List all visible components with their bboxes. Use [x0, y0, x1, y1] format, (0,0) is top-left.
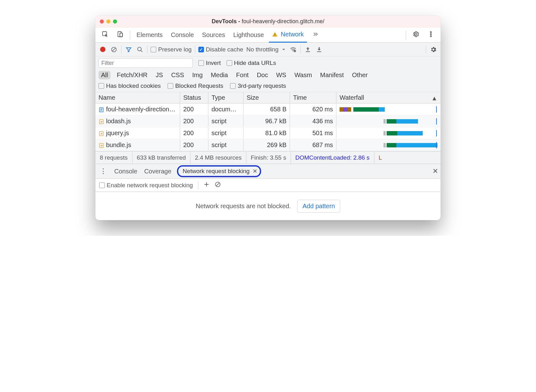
has-blocked-cookies-checkbox[interactable]: Has blocked cookies [99, 82, 161, 89]
settings-icon[interactable] [409, 28, 422, 42]
filter-type-other[interactable]: Other [350, 71, 370, 79]
warning-icon [272, 32, 278, 37]
tab-sources[interactable]: Sources [199, 29, 228, 41]
js-file-icon [99, 131, 104, 136]
cell-status: 200 [180, 128, 208, 139]
filter-icon[interactable] [125, 46, 133, 53]
sort-asc-icon: ▲ [431, 95, 437, 102]
table-row[interactable]: foul-heavenly-direction.…200docum…658 B6… [95, 103, 441, 115]
blocking-empty-state: Network requests are not blocked. Add pa… [95, 192, 441, 220]
filter-type-font[interactable]: Font [234, 71, 250, 79]
close-window-button[interactable] [100, 19, 104, 24]
cell-status: 200 [180, 104, 208, 115]
tab-network[interactable]: Network [269, 28, 307, 43]
filter-type-doc[interactable]: Doc [255, 71, 270, 79]
remove-all-icon[interactable] [215, 181, 221, 189]
drawer-tab-coverage[interactable]: Coverage [143, 166, 173, 177]
minimize-window-button[interactable] [106, 19, 110, 24]
filter-type-img[interactable]: Img [190, 71, 205, 79]
cell-name: foul-heavenly-direction.… [95, 104, 180, 115]
cell-size: 658 B [244, 104, 290, 115]
status-resources: 2.4 MB resources [190, 151, 246, 164]
drawer-tab-network-request-blocking[interactable]: Network request blocking ✕ [177, 165, 261, 177]
download-har-icon[interactable] [315, 46, 323, 53]
filter-type-ws[interactable]: WS [274, 71, 288, 79]
col-status[interactable]: Status [180, 92, 208, 103]
cell-status: 200 [180, 116, 208, 127]
svg-point-6 [430, 32, 431, 33]
drawer-tabs: ⋮ Console Coverage Network request block… [95, 164, 441, 179]
filter-type-js[interactable]: JS [154, 71, 165, 79]
svg-rect-5 [275, 35, 275, 36]
network-conditions-icon[interactable] [289, 46, 297, 53]
col-name[interactable]: Name [95, 92, 180, 103]
cell-time: 436 ms [290, 116, 336, 127]
window-title: DevTools - foul-heavenly-direction.glitc… [95, 18, 441, 25]
tab-lighthouse[interactable]: Lighthouse [230, 29, 267, 41]
table-row[interactable]: bundle.js200script269 kB687 ms [95, 139, 441, 151]
filter-type-manifest[interactable]: Manifest [318, 71, 346, 79]
filter-type-fetch[interactable]: Fetch/XHR [115, 71, 149, 79]
inspect-icon[interactable] [99, 28, 112, 42]
disable-cache-checkbox[interactable]: Disable cache [198, 46, 243, 53]
maximize-window-button[interactable] [113, 19, 117, 24]
cell-size: 96.7 kB [244, 116, 290, 127]
search-icon[interactable] [136, 46, 144, 53]
device-toggle-icon[interactable] [114, 28, 127, 42]
status-requests: 8 requests [95, 151, 132, 164]
filter-input[interactable] [99, 58, 193, 68]
cell-time: 620 ms [290, 104, 336, 115]
cell-name: lodash.js [95, 116, 180, 127]
cell-time: 501 ms [290, 128, 336, 139]
clear-icon[interactable] [110, 46, 118, 53]
add-pattern-icon[interactable] [203, 181, 210, 189]
cell-waterfall [336, 104, 441, 114]
close-drawer-icon[interactable]: ✕ [432, 167, 438, 175]
enable-blocking-checkbox[interactable]: Enable network request blocking [99, 182, 193, 189]
titlebar: DevTools - foul-heavenly-direction.glitc… [95, 16, 441, 28]
more-tabs-icon[interactable] [309, 28, 322, 42]
col-waterfall[interactable]: Waterfall▲ [336, 92, 441, 103]
col-type[interactable]: Type [208, 92, 244, 103]
blocking-empty-message: Network requests are not blocked. [196, 203, 291, 210]
table-row[interactable]: jquery.js200script81.0 kB501 ms [95, 127, 441, 139]
drawer-menu-icon[interactable]: ⋮ [98, 167, 109, 175]
tab-console[interactable]: Console [168, 29, 197, 41]
devtools-window: DevTools - foul-heavenly-direction.glitc… [95, 16, 441, 220]
invert-checkbox[interactable]: Invert [198, 60, 221, 66]
panel-settings-icon[interactable] [429, 46, 437, 53]
network-toolbar: Preserve log Disable cache No throttling [95, 43, 441, 56]
network-table: Name Status Type Size Time Waterfall▲ fo… [95, 92, 441, 151]
filter-type-css[interactable]: CSS [169, 71, 186, 79]
cell-name: jquery.js [95, 128, 180, 139]
col-size[interactable]: Size [244, 92, 290, 103]
filter-type-media[interactable]: Media [209, 71, 230, 79]
svg-rect-4 [275, 34, 275, 35]
preserve-log-checkbox[interactable]: Preserve log [151, 46, 192, 53]
col-time[interactable]: Time [290, 92, 336, 103]
upload-har-icon[interactable] [304, 46, 312, 53]
kebab-menu-icon[interactable] [424, 28, 437, 42]
close-tab-icon[interactable]: ✕ [253, 168, 257, 175]
tab-elements[interactable]: Elements [133, 29, 166, 41]
third-party-checkbox[interactable]: 3rd-party requests [230, 82, 286, 89]
filter-type-all[interactable]: All [99, 71, 110, 79]
blocked-requests-checkbox[interactable]: Blocked Requests [168, 82, 223, 89]
hide-data-urls-checkbox[interactable]: Hide data URLs [227, 60, 276, 66]
svg-rect-15 [317, 51, 321, 52]
cell-waterfall [336, 128, 441, 138]
filter-type-wasm[interactable]: Wasm [292, 71, 314, 79]
filter-section: Invert Hide data URLs All Fetch/XHR JS C… [95, 56, 441, 92]
cell-type: script [208, 116, 244, 127]
throttling-select[interactable]: No throttling [246, 46, 286, 53]
cell-name: bundle.js [95, 140, 180, 151]
svg-point-8 [430, 36, 431, 37]
svg-rect-2 [120, 33, 122, 37]
doc-file-icon [99, 107, 104, 113]
drawer-tab-console[interactable]: Console [113, 166, 138, 177]
blocking-toolbar: Enable network request blocking [95, 179, 441, 192]
cell-waterfall [336, 116, 441, 126]
add-pattern-button[interactable]: Add pattern [297, 200, 340, 213]
table-row[interactable]: lodash.js200script96.7 kB436 ms [95, 115, 441, 127]
record-button[interactable] [99, 47, 107, 52]
